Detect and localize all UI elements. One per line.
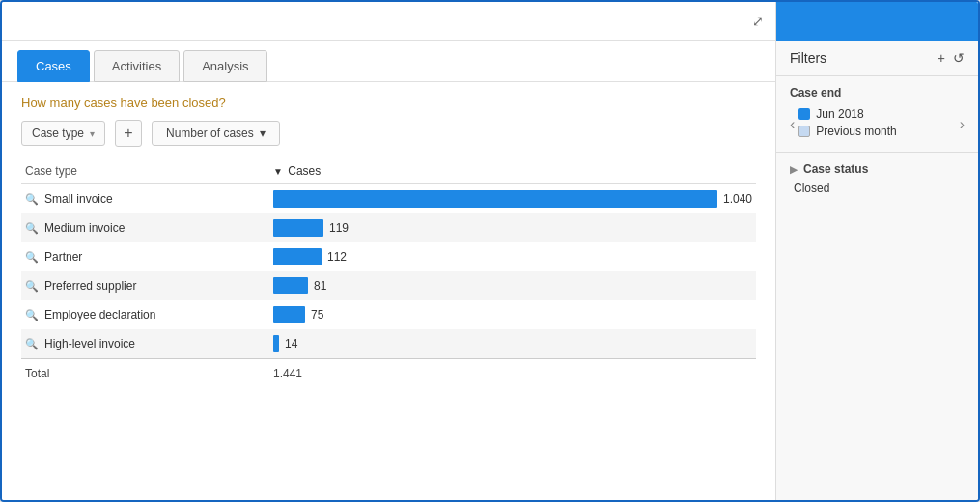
bar	[273, 306, 305, 323]
case-type-text: Preferred supplier	[44, 279, 136, 293]
bar-label: 81	[314, 279, 326, 293]
cell-cases: 112	[269, 242, 756, 271]
cell-case-type: 🔍High-level invoice	[21, 329, 269, 359]
table-row: 🔍Small invoice1.040	[21, 184, 756, 214]
case-type-text: Medium invoice	[44, 221, 125, 235]
previous-dot	[798, 126, 810, 137]
measure-label: Number of cases	[166, 126, 254, 140]
case-status-title[interactable]: ▶ Case status	[790, 162, 965, 176]
table-area: Case type ▼ Cases 🔍Small invoice1.040🔍Me…	[2, 158, 775, 500]
measure-filter-btn[interactable]: Number of cases ▾	[152, 121, 280, 146]
left-panel: ⤢ Cases Activities Analysis How many cas…	[2, 2, 775, 500]
total-row: Total 1.441	[21, 359, 756, 389]
date-entry-current: Jun 2018	[798, 107, 955, 121]
bar-label: 75	[311, 308, 323, 321]
date-prev-arrow[interactable]: ‹	[790, 116, 795, 133]
search-icon[interactable]: 🔍	[25, 280, 39, 293]
date-entries: Jun 2018 Previous month	[798, 107, 955, 142]
current-dot	[798, 108, 810, 120]
cell-case-type: 🔍Small invoice	[21, 184, 269, 214]
tab-cases[interactable]: Cases	[17, 50, 90, 82]
search-icon[interactable]: 🔍	[25, 309, 39, 321]
date-entry-previous: Previous month	[798, 125, 955, 138]
cell-case-type: 🔍Partner	[21, 242, 269, 271]
date-nav: ‹ Jun 2018 Previous month ›	[790, 107, 965, 142]
bar-label: 14	[285, 337, 297, 350]
date-next-arrow[interactable]: ›	[960, 116, 965, 133]
bar-label: 112	[327, 250, 347, 264]
tab-analysis[interactable]: Analysis	[183, 50, 266, 82]
case-type-text: Small invoice	[44, 192, 113, 206]
top-bar: ⤢	[2, 2, 775, 41]
cell-case-type: 🔍Preferred supplier	[21, 271, 269, 300]
sort-arrow-icon: ▼	[273, 166, 283, 177]
right-header	[776, 2, 978, 41]
search-icon[interactable]: 🔍	[25, 193, 39, 206]
filters-row: Case type ▾ + Number of cases ▾	[2, 120, 775, 158]
dimension-label: Case type	[32, 126, 84, 140]
cell-cases: 14	[269, 329, 756, 359]
cell-cases: 81	[269, 271, 756, 300]
chevron-down-icon: ▾	[90, 128, 95, 139]
refresh-filter-button[interactable]: ↺	[953, 50, 965, 66]
bar	[273, 277, 308, 294]
add-filter-button[interactable]: +	[938, 50, 945, 66]
cell-cases: 119	[269, 213, 756, 242]
bar	[273, 248, 322, 265]
table-row: 🔍Partner112	[21, 242, 756, 271]
current-date-label: Jun 2018	[816, 107, 863, 121]
table-row: 🔍Medium invoice119	[21, 213, 756, 242]
case-status-value: Closed	[790, 181, 965, 195]
search-icon[interactable]: 🔍	[25, 222, 39, 235]
case-type-text: Partner	[44, 250, 82, 264]
bar	[273, 190, 717, 208]
bar-label: 1.040	[723, 192, 752, 206]
filters-label: Filters	[790, 50, 826, 66]
add-dimension-button[interactable]: +	[115, 120, 142, 147]
bar	[273, 219, 323, 237]
search-icon[interactable]: 🔍	[25, 251, 39, 264]
question-text: How many cases have been closed?	[2, 82, 775, 120]
case-status-section: ▶ Case status Closed	[776, 153, 978, 205]
case-type-text: High-level invoice	[44, 337, 135, 350]
bar	[273, 335, 279, 352]
total-value: 1.441	[269, 359, 756, 389]
case-end-section: Case end ‹ Jun 2018 Previous month ›	[776, 76, 978, 153]
cell-cases: 1.040	[269, 184, 756, 214]
measure-chevron-icon: ▾	[260, 126, 266, 140]
col-case-type: Case type	[21, 158, 269, 184]
main-frame: ⤢ Cases Activities Analysis How many cas…	[0, 0, 980, 502]
total-label: Total	[21, 359, 269, 389]
dimension-filter-btn[interactable]: Case type ▾	[21, 121, 105, 146]
search-icon[interactable]: 🔍	[25, 338, 39, 350]
triangle-icon: ▶	[790, 164, 798, 175]
tabs-row: Cases Activities Analysis	[2, 41, 775, 82]
case-end-title: Case end	[790, 86, 965, 99]
cases-table: Case type ▼ Cases 🔍Small invoice1.040🔍Me…	[21, 158, 756, 388]
case-status-label: Case status	[803, 162, 868, 176]
cell-case-type: 🔍Employee declaration	[21, 300, 269, 329]
cell-cases: 75	[269, 300, 756, 329]
case-type-text: Employee declaration	[44, 308, 155, 321]
previous-date-label: Previous month	[816, 125, 896, 138]
table-row: 🔍Preferred supplier81	[21, 271, 756, 300]
filters-actions: + ↺	[938, 50, 965, 66]
expand-icon[interactable]: ⤢	[752, 14, 764, 29]
col-cases[interactable]: ▼ Cases	[269, 158, 756, 184]
cell-case-type: 🔍Medium invoice	[21, 213, 269, 242]
table-row: 🔍Employee declaration75	[21, 300, 756, 329]
tab-activities[interactable]: Activities	[94, 50, 180, 82]
right-panel: Filters + ↺ Case end ‹ Jun 2018 Previous…	[775, 2, 978, 500]
table-row: 🔍High-level invoice14	[21, 329, 756, 359]
bar-label: 119	[329, 221, 349, 235]
filters-title-bar: Filters + ↺	[776, 41, 978, 76]
